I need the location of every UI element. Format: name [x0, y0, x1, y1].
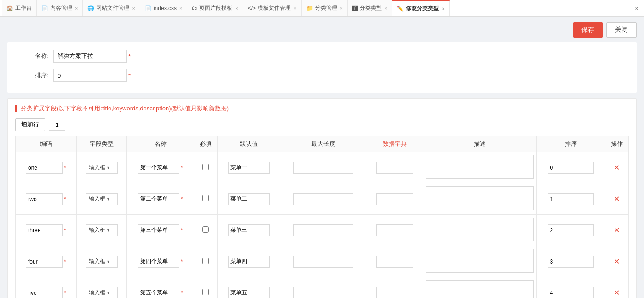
chevron-down-icon: ▾ [107, 228, 109, 233]
order-input-row-4[interactable] [548, 287, 594, 298]
tab-close-icon[interactable]: × [340, 6, 343, 11]
order-input-row-0[interactable] [548, 162, 594, 174]
col-header-desc: 描述 [423, 136, 536, 152]
table-row: * 输入框 ▾ * [16, 152, 629, 183]
cell-action-0: ✕ [605, 152, 628, 183]
cell-default-1 [218, 183, 280, 215]
cell-action-2: ✕ [605, 215, 628, 246]
name-input-4[interactable] [138, 287, 179, 298]
type-value-2: 输入框 [89, 226, 105, 234]
tab-close-icon[interactable]: × [442, 6, 444, 11]
default-input-2[interactable] [228, 224, 270, 236]
tab-close-icon[interactable]: × [235, 6, 238, 11]
dict-input-1[interactable] [376, 193, 413, 205]
default-input-4[interactable] [228, 287, 270, 298]
delete-button-1[interactable]: ✕ [614, 195, 620, 203]
order-input-row-2[interactable] [548, 224, 594, 236]
form-row-name: 名称: * [17, 50, 627, 63]
type-dropdown-3[interactable]: 输入框 ▾ [86, 256, 118, 268]
tab-close-icon[interactable]: × [132, 6, 135, 11]
desc-textarea-4[interactable] [426, 280, 533, 298]
cell-desc-4 [423, 277, 536, 298]
name-input-1[interactable] [138, 193, 179, 205]
col-header-order: 排序 [536, 136, 605, 152]
type-dropdown-2[interactable]: 输入框 ▾ [86, 224, 118, 236]
default-input-1[interactable] [228, 193, 270, 205]
tab-label: 网站文件管理 [96, 4, 129, 12]
data-table: 编码 字段类型 名称 必填 默认值 最大长度 数据字典 描述 排序 操作 * [15, 136, 629, 298]
tab-page-fragment[interactable]: 🗂 页面片段模板 × [187, 0, 243, 16]
delete-button-3[interactable]: ✕ [614, 257, 620, 266]
dict-input-4[interactable] [376, 287, 413, 298]
dict-input-3[interactable] [376, 256, 413, 268]
delete-button-2[interactable]: ✕ [614, 226, 620, 235]
name-input-3[interactable] [138, 256, 179, 268]
tab-close-icon[interactable]: × [385, 6, 387, 11]
delete-button-4[interactable]: ✕ [614, 288, 620, 297]
maxlen-input-0[interactable] [293, 162, 353, 174]
tab-category-type[interactable]: 🅰 分类类型 × [348, 0, 392, 16]
tab-close-icon[interactable]: × [293, 6, 296, 11]
tab-edit-category[interactable]: ✏️ 修改分类类型 × [392, 0, 449, 16]
name-input[interactable] [53, 50, 127, 63]
globe-icon: 🌐 [87, 5, 94, 11]
name-input-2[interactable] [138, 224, 179, 236]
code-input-3[interactable] [26, 256, 63, 268]
tab-bar: 🏠 工作台 📄 内容管理 × 🌐 网站文件管理 × 📄 index.css × … [0, 0, 644, 17]
required-checkbox-0[interactable] [202, 164, 209, 170]
code-input-4[interactable] [26, 287, 63, 298]
dict-input-0[interactable] [376, 162, 413, 174]
required-checkbox-3[interactable] [202, 258, 209, 264]
dict-input-2[interactable] [376, 224, 413, 236]
cell-required-2 [194, 215, 217, 246]
name-input-0[interactable] [138, 162, 179, 174]
maxlen-input-2[interactable] [293, 224, 353, 236]
add-row-button[interactable]: 增加行 [15, 118, 45, 131]
desc-textarea-2[interactable] [426, 218, 533, 241]
delete-button-0[interactable]: ✕ [614, 163, 620, 172]
cell-desc-3 [423, 246, 536, 277]
required-checkbox-4[interactable] [202, 289, 209, 295]
default-input-0[interactable] [228, 162, 270, 174]
tab-more-button[interactable]: » [632, 5, 642, 11]
code-input-1[interactable] [26, 193, 63, 205]
cell-dict-1 [367, 183, 423, 215]
close-button[interactable]: 关闭 [606, 22, 637, 38]
maxlen-input-4[interactable] [293, 287, 353, 298]
code-input-0[interactable] [26, 162, 63, 174]
cell-maxlen-3 [280, 246, 367, 277]
tab-workbench[interactable]: 🏠 工作台 [2, 0, 37, 16]
desc-textarea-0[interactable] [426, 155, 533, 179]
maxlen-input-3[interactable] [293, 256, 353, 268]
tab-close-icon[interactable]: × [179, 6, 182, 11]
type-dropdown-4[interactable]: 输入框 ▾ [86, 287, 118, 298]
cell-maxlen-4 [280, 277, 367, 298]
tab-close-icon[interactable]: × [75, 6, 78, 11]
row-count-input[interactable] [49, 119, 65, 131]
desc-textarea-1[interactable] [426, 186, 533, 210]
col-header-name: 名称 [127, 136, 194, 152]
save-button[interactable]: 保存 [573, 22, 603, 38]
ext-fields-section: 分类扩展字段(以下字段不可用:title,keywords,descriptio… [7, 98, 637, 298]
type-dropdown-0[interactable]: 输入框 ▾ [86, 162, 118, 174]
required-checkbox-1[interactable] [202, 195, 209, 201]
tab-file-mgmt[interactable]: 🌐 网站文件管理 × [83, 0, 140, 16]
order-input[interactable] [53, 69, 127, 82]
action-bar: 保存 关闭 [7, 22, 637, 38]
required-checkbox-2[interactable] [202, 226, 209, 233]
cell-type-2: 输入框 ▾ [76, 215, 126, 246]
tab-category-mgmt[interactable]: 📁 分类管理 × [302, 0, 348, 16]
maxlen-input-1[interactable] [293, 193, 353, 205]
code-input-2[interactable] [26, 224, 63, 236]
desc-textarea-3[interactable] [426, 249, 533, 273]
code-required-0: * [64, 165, 66, 171]
type-dropdown-1[interactable]: 输入框 ▾ [86, 193, 118, 205]
order-input-row-3[interactable] [548, 256, 594, 268]
order-input-row-1[interactable] [548, 193, 594, 205]
tab-template-mgmt[interactable]: </> 模板文件管理 × [243, 0, 302, 16]
tab-content-mgmt[interactable]: 📄 内容管理 × [37, 0, 83, 16]
default-input-3[interactable] [228, 256, 270, 268]
cell-dict-2 [367, 215, 423, 246]
code-required-1: * [64, 196, 66, 202]
tab-index-css[interactable]: 📄 index.css × [140, 0, 187, 16]
